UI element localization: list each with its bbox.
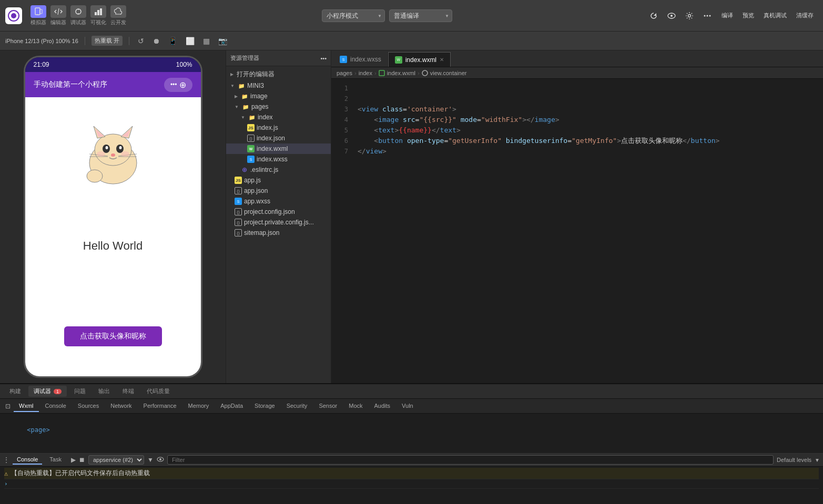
debug-top-tabs: 构建 调试器 1 问题 输出 终端 代码质量 [0, 384, 823, 399]
app-wxss-file[interactable]: S app.wxss [226, 196, 331, 207]
project-config-file[interactable]: {} project.config.json [226, 207, 331, 217]
console-levels-label[interactable]: Default levels [777, 457, 811, 463]
project-private-config-file[interactable]: {} project.private.config.js... [226, 217, 331, 228]
log-entry-arrow[interactable]: › [4, 479, 819, 489]
index-folder[interactable]: ▼ 📁 index [226, 112, 331, 122]
index-wxml-file[interactable]: W index.wxml [226, 143, 331, 154]
settings-button[interactable] [682, 8, 697, 24]
expand-icon[interactable]: ⬜ [184, 36, 197, 46]
phone-more-btn[interactable]: ••• ⊕ [164, 78, 192, 92]
mobile-icon[interactable]: 📱 [166, 36, 179, 46]
breadcrumb-wxml[interactable]: index.wxml [387, 70, 415, 76]
index-wxss-file[interactable]: S index.wxss [226, 154, 331, 164]
pages-folder[interactable]: ▼ 📁 pages [226, 101, 331, 112]
console-log-area[interactable]: ⚠ 【自动热重载】已开启代码文件保存后自动热重载 › [0, 467, 823, 504]
console-play-icon[interactable]: ▶ [71, 456, 76, 464]
top-toolbar: 模拟器 编辑器 调试器 可视化 云开发 小程序模式 普通编译 [0, 0, 823, 32]
dom-line-view[interactable]: ▶ <view class="container" >...</view> [4, 444, 819, 453]
devtools-tab-performance[interactable]: Performance [138, 400, 182, 412]
devtools-tab-mock[interactable]: Mock [343, 400, 368, 412]
console-menu-icon[interactable]: ⋮ [3, 456, 9, 464]
devtools-tab-security[interactable]: Security [281, 400, 313, 412]
code-content[interactable]: <view class='container'> <image src="{{s… [352, 79, 823, 383]
breadcrumb-view[interactable]: view.container [430, 70, 467, 76]
sitemap-icon: {} [235, 229, 242, 236]
eslintrc-file[interactable]: ⊕ .eslintrc.js [226, 164, 331, 175]
debug-tab-build[interactable]: 构建 [4, 386, 26, 397]
svg-point-28 [119, 146, 121, 149]
log-arrow-icon[interactable]: › [4, 480, 8, 487]
breadcrumb-index[interactable]: index [359, 70, 372, 76]
devtools-tab-vuln[interactable]: Vuln [397, 400, 419, 412]
more-button[interactable] [699, 8, 715, 24]
console-eye-icon[interactable] [157, 456, 164, 464]
refresh-icon[interactable]: ↺ [136, 36, 146, 46]
debug-tab-codequality[interactable]: 代码质量 [141, 386, 175, 397]
debug-tab-terminal[interactable]: 终端 [117, 386, 139, 397]
devtools-tab-wxml[interactable]: Wxml [14, 400, 39, 412]
index-js-file[interactable]: JS index.js [226, 122, 331, 133]
svg-rect-10 [95, 12, 97, 15]
phone-status-bar: 21:09 100% [25, 57, 201, 72]
project-root[interactable]: ▼ 📁 MINI3 [226, 80, 331, 91]
code-area[interactable]: 1 2 3 4 5 6 7 <view class='container'> <… [331, 79, 823, 383]
console-dropdown-icon[interactable]: ▼ [147, 456, 154, 464]
tab-close-button[interactable]: ✕ [440, 57, 444, 63]
wxml-icon: W [247, 145, 255, 152]
console-appservice-select[interactable]: appservice (#2) [88, 455, 144, 465]
dom-content[interactable]: <page> ▶ <view class="container" >...</v… [0, 414, 823, 453]
svg-point-29 [111, 153, 115, 157]
devtools-tab-audits[interactable]: Audits [369, 400, 396, 412]
svg-point-36 [121, 151, 129, 157]
devtools-tab-network[interactable]: Network [105, 400, 137, 412]
console-tab-console[interactable]: Console [13, 455, 42, 465]
tab-index-wxml[interactable]: W index.wxml ✕ [388, 52, 451, 67]
devtools-cursor-icon[interactable]: ⊡ [5, 403, 11, 410]
debug-tab-issues[interactable]: 问题 [69, 386, 91, 397]
debug-tab-debugger[interactable]: 调试器 1 [28, 386, 67, 397]
devtools-tab-console[interactable]: Console [40, 400, 72, 412]
devtools-tab-storage[interactable]: Storage [249, 400, 280, 412]
mode-select[interactable]: 小程序模式 [322, 9, 385, 22]
preview-btn[interactable]: 预览 [738, 9, 758, 22]
devtools-tab-sensor[interactable]: Sensor [313, 400, 342, 412]
open-editors-label[interactable]: ▶ 打开的编辑器 [226, 68, 331, 80]
app-json-file[interactable]: {} app.json [226, 186, 331, 196]
project-folder-icon: 📁 [238, 82, 245, 89]
compile-select-wrapper[interactable]: 普通编译 [389, 9, 452, 22]
devtools-tab-appdata[interactable]: AppData [215, 400, 248, 412]
compile-btn[interactable]: 编译 [717, 9, 737, 22]
get-info-button[interactable]: 点击获取头像和昵称 [64, 326, 162, 346]
clear-cache-btn[interactable]: 清缓存 [792, 9, 818, 22]
sitemap-file[interactable]: {} sitemap.json [226, 228, 331, 238]
console-tab-task[interactable]: Task [45, 455, 66, 465]
console-levels-chevron[interactable]: ▼ [815, 457, 820, 463]
devtools-tab-memory[interactable]: Memory [183, 400, 215, 412]
cloud-button[interactable]: 云开发 [110, 5, 126, 26]
index-json-file[interactable]: {} index.json [226, 133, 331, 143]
mode-select-wrapper[interactable]: 小程序模式 [322, 9, 385, 22]
hotreload-button[interactable]: 热重载 开 [92, 36, 123, 46]
console-stop-icon[interactable]: ⏹ [79, 456, 85, 464]
camera-icon[interactable]: 📷 [216, 36, 229, 46]
dom-line-page[interactable]: <page> [4, 416, 819, 444]
devtools-tab-sources[interactable]: Sources [73, 400, 104, 412]
debugger-button[interactable]: 调试器 [70, 5, 86, 26]
app-js-file[interactable]: JS app.js [226, 175, 331, 186]
phone-content: Hello World 点击获取头像和昵称 [25, 97, 201, 378]
layout-icon[interactable]: ▦ [201, 36, 212, 46]
tab-index-wxss[interactable]: S index.wxss [333, 52, 388, 67]
real-debug-btn[interactable]: 真机调试 [759, 9, 791, 22]
image-folder[interactable]: ▶ 📁 image [226, 91, 331, 101]
record-icon[interactable]: ⏺ [150, 36, 162, 46]
svg-point-40 [159, 458, 161, 460]
debug-tab-output[interactable]: 输出 [93, 386, 115, 397]
eye-button[interactable] [664, 8, 679, 24]
visualize-button[interactable]: 可视化 [90, 5, 106, 26]
editor-button[interactable]: 编辑器 [50, 5, 66, 26]
breadcrumb-pages[interactable]: pages [337, 70, 352, 76]
compile-select[interactable]: 普通编译 [389, 9, 452, 22]
simulator-button[interactable]: 模拟器 [31, 5, 46, 26]
console-filter-input[interactable] [167, 455, 774, 465]
refresh-button[interactable] [646, 8, 662, 24]
